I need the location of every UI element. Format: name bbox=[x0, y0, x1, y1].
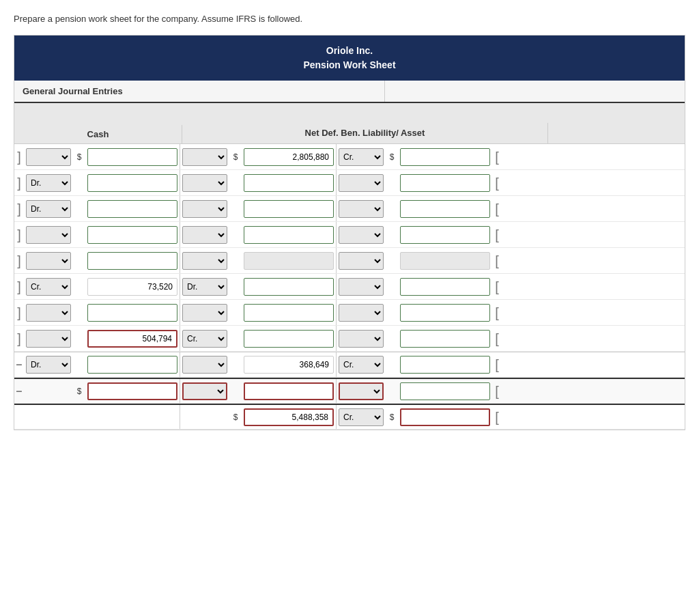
row1-select3[interactable]: Dr.Cr. bbox=[337, 144, 386, 169]
row1-dr-cr-select1[interactable]: Dr.Cr. bbox=[26, 148, 71, 166]
row5-last-field[interactable] bbox=[400, 252, 490, 270]
row1-cash-input[interactable] bbox=[85, 144, 180, 169]
row3-dr-cr-select2[interactable]: Dr.Cr. bbox=[182, 200, 227, 218]
row9-cash-input[interactable] bbox=[85, 352, 180, 377]
final-last-input[interactable] bbox=[398, 405, 492, 429]
row9-last-field[interactable] bbox=[400, 356, 490, 374]
row8-last-field[interactable] bbox=[400, 330, 490, 348]
summary-select2[interactable]: Dr.Cr. bbox=[180, 379, 229, 403]
row6-select2[interactable]: Dr.Cr. bbox=[180, 274, 229, 299]
row3-last-field[interactable] bbox=[400, 200, 490, 218]
row5-select2[interactable]: Dr.Cr. bbox=[180, 248, 229, 273]
row8-cash-field[interactable] bbox=[87, 330, 177, 348]
row6-select1[interactable]: Dr.Cr. bbox=[24, 274, 73, 299]
row7-select1[interactable]: Dr.Cr. bbox=[24, 300, 73, 325]
row3-select2[interactable]: Dr.Cr. bbox=[180, 196, 229, 221]
row8-last-input[interactable] bbox=[398, 326, 492, 351]
final-dr-cr-select3[interactable]: Dr.Cr. bbox=[339, 408, 384, 426]
row6-netdef-input[interactable] bbox=[242, 274, 336, 299]
row7-netdef-field[interactable] bbox=[244, 304, 334, 322]
row6-last-field[interactable] bbox=[400, 278, 490, 296]
row7-last-field[interactable] bbox=[400, 304, 490, 322]
row1-select1[interactable]: Dr.Cr. bbox=[24, 144, 73, 169]
row4-select3[interactable]: Dr.Cr. bbox=[337, 222, 386, 247]
row1-dr-cr-select3[interactable]: Dr.Cr. bbox=[339, 148, 384, 166]
row9-netdef-field[interactable] bbox=[244, 356, 334, 374]
row1-last-field[interactable] bbox=[400, 148, 490, 166]
row2-dr-cr-select3[interactable]: Dr.Cr. bbox=[339, 174, 384, 192]
row2-netdef-field[interactable] bbox=[244, 174, 334, 192]
row4-cash-field[interactable] bbox=[87, 226, 177, 244]
row7-dr-cr-select2[interactable]: Dr.Cr. bbox=[182, 304, 227, 322]
row3-last-input[interactable] bbox=[398, 196, 492, 221]
row2-cash-field[interactable] bbox=[87, 174, 177, 192]
row3-select3[interactable]: Dr.Cr. bbox=[337, 196, 386, 221]
row3-netdef-input[interactable] bbox=[242, 196, 336, 221]
row5-cash-input[interactable] bbox=[85, 248, 180, 273]
row6-dr-cr-select1[interactable]: Dr.Cr. bbox=[26, 278, 71, 296]
summary-netdef-field[interactable] bbox=[244, 382, 334, 400]
row1-select2[interactable]: Dr.Cr. bbox=[180, 144, 229, 169]
summary-dr-cr-select2[interactable]: Dr.Cr. bbox=[182, 382, 227, 400]
row4-dr-cr-select1[interactable]: Dr.Cr. bbox=[26, 226, 71, 244]
row4-select1[interactable]: Dr.Cr. bbox=[24, 222, 73, 247]
row8-dr-cr-select1[interactable]: Dr.Cr. bbox=[26, 330, 71, 348]
row6-select3[interactable]: Dr.Cr. bbox=[337, 274, 386, 299]
row1-last-input[interactable] bbox=[398, 144, 492, 169]
row3-cash-field[interactable] bbox=[87, 200, 177, 218]
row8-cash-input[interactable] bbox=[85, 326, 180, 351]
summary-netdef-input[interactable] bbox=[242, 379, 336, 403]
row7-dr-cr-select3[interactable]: Dr.Cr. bbox=[339, 304, 384, 322]
row9-cash-field[interactable] bbox=[87, 356, 177, 374]
row5-select3[interactable]: Dr.Cr. bbox=[337, 248, 386, 273]
row1-netdef-field[interactable] bbox=[244, 148, 334, 166]
summary-last-field[interactable] bbox=[400, 382, 490, 400]
row9-dr-cr-select2[interactable]: Dr.Cr. bbox=[182, 356, 227, 374]
row5-netdef-field[interactable] bbox=[244, 252, 334, 270]
row8-dr-cr-select2[interactable]: Dr.Cr. bbox=[182, 330, 227, 348]
row4-last-field[interactable] bbox=[400, 226, 490, 244]
row4-last-input[interactable] bbox=[398, 222, 492, 247]
row9-netdef-input[interactable] bbox=[242, 352, 336, 377]
row6-netdef-field[interactable] bbox=[244, 278, 334, 296]
row2-select3[interactable]: Dr.Cr. bbox=[337, 170, 386, 195]
row3-select1[interactable]: Dr.Cr. bbox=[24, 196, 73, 221]
summary-dr-cr-select3[interactable]: Dr.Cr. bbox=[339, 382, 384, 400]
row8-select2[interactable]: Dr.Cr. bbox=[180, 326, 229, 351]
row5-cash-field[interactable] bbox=[87, 252, 177, 270]
row5-select1[interactable]: Dr.Cr. bbox=[24, 248, 73, 273]
final-netdef-input[interactable] bbox=[242, 405, 336, 429]
row1-cash-field[interactable] bbox=[87, 148, 177, 166]
row7-select3[interactable]: Dr.Cr. bbox=[337, 300, 386, 325]
final-select3[interactable]: Dr.Cr. bbox=[337, 405, 386, 429]
row9-select3[interactable]: Dr.Cr. bbox=[337, 352, 386, 377]
row2-select1[interactable]: Dr.Cr. bbox=[24, 170, 73, 195]
row4-netdef-input[interactable] bbox=[242, 222, 336, 247]
row7-last-input[interactable] bbox=[398, 300, 492, 325]
row2-netdef-input[interactable] bbox=[242, 170, 336, 195]
row3-dr-cr-select1[interactable]: Dr.Cr. bbox=[26, 200, 71, 218]
summary-cash-field[interactable] bbox=[87, 382, 177, 400]
row2-last-field[interactable] bbox=[400, 174, 490, 192]
row5-dr-cr-select1[interactable]: Dr.Cr. bbox=[26, 252, 71, 270]
row2-dr-cr-select1[interactable]: Dr.Cr. bbox=[26, 174, 71, 192]
final-netdef-field[interactable] bbox=[244, 408, 334, 426]
row4-netdef-field[interactable] bbox=[244, 226, 334, 244]
row7-netdef-input[interactable] bbox=[242, 300, 336, 325]
row4-dr-cr-select3[interactable]: Dr.Cr. bbox=[339, 226, 384, 244]
row5-dr-cr-select2[interactable]: Dr.Cr. bbox=[182, 252, 227, 270]
row9-select2[interactable]: Dr.Cr. bbox=[180, 352, 229, 377]
row2-last-input[interactable] bbox=[398, 170, 492, 195]
row9-dr-cr-select3[interactable]: Dr.Cr. bbox=[339, 356, 384, 374]
row6-dr-cr-select2[interactable]: Dr.Cr. bbox=[182, 278, 227, 296]
row3-netdef-field[interactable] bbox=[244, 200, 334, 218]
row7-cash-field[interactable] bbox=[87, 304, 177, 322]
row8-netdef-input[interactable] bbox=[242, 326, 336, 351]
row5-netdef-input[interactable] bbox=[242, 248, 336, 273]
summary-last-input[interactable] bbox=[398, 379, 492, 403]
row4-select2[interactable]: Dr.Cr. bbox=[180, 222, 229, 247]
row2-dr-cr-select2[interactable]: Dr.Cr. bbox=[182, 174, 227, 192]
row3-cash-input[interactable] bbox=[85, 196, 180, 221]
row7-dr-cr-select1[interactable]: Dr.Cr. bbox=[26, 304, 71, 322]
row5-last-input[interactable] bbox=[398, 248, 492, 273]
